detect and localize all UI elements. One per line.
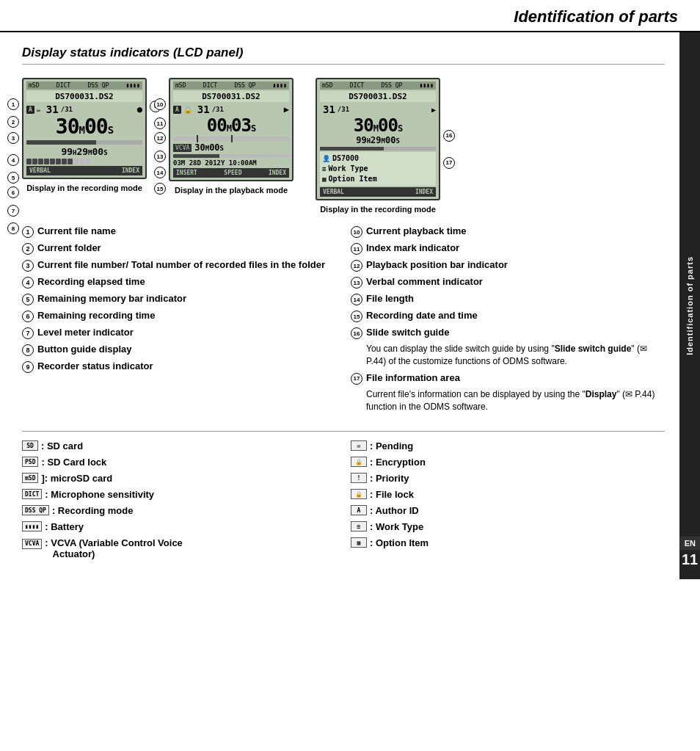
callout-4: 4 bbox=[7, 154, 19, 166]
icon-item-msd: mSD ]: microSD card bbox=[22, 473, 336, 484]
icon-item-filelock: 🔒 : File lock bbox=[351, 489, 665, 500]
lcd2-topbar: mSDDICTDSS QP▮▮▮▮ bbox=[173, 81, 289, 90]
lcd2-vcva-row: VCVA 30M00S bbox=[173, 142, 289, 153]
desc-item-4: 4 Recording elapsed time bbox=[22, 276, 336, 289]
lcd3-filename: DS700031.DS2 bbox=[320, 91, 436, 102]
lcd2-caption: Display in the playback mode bbox=[175, 186, 288, 195]
desc-item-10: 10 Current playback time bbox=[351, 225, 665, 238]
callout-7: 7 bbox=[7, 205, 19, 217]
lcd1-level-meter bbox=[26, 159, 142, 164]
desc-col-right: 10 Current playback time 11 Index mark i… bbox=[351, 225, 665, 417]
priority-icon: ! bbox=[351, 473, 367, 483]
desc-text-6: Remaining recording time bbox=[37, 310, 155, 322]
icon-item-dss: DSS QP : Recording mode bbox=[22, 505, 336, 516]
callout-label-15: 15 bbox=[351, 311, 362, 322]
icon-item-pending: ✉ : Pending bbox=[351, 440, 665, 451]
callout-label-1: 1 bbox=[22, 226, 34, 238]
page-number: 11 bbox=[679, 551, 700, 568]
lcd3-info-line1: 👤 DS7000 bbox=[322, 153, 434, 164]
lcd1-button-guide: VERBALINDEX bbox=[26, 166, 142, 175]
en-badge: EN bbox=[680, 537, 700, 550]
lcd3-bar bbox=[320, 147, 436, 150]
desc-text-2: Current folder bbox=[37, 242, 101, 255]
desc-item-5: 5 Remaining memory bar indicator bbox=[22, 293, 336, 305]
icon-legend: SD : SD card PSD : SD Card lock mSD ]: m… bbox=[22, 440, 665, 565]
dict-icon: DICT bbox=[22, 489, 42, 499]
lcd2-panel: 10 11 12 13 14 15 mSDDICTDSS QP▮▮▮▮ DS70… bbox=[169, 78, 294, 195]
callout-6: 6 bbox=[7, 186, 19, 198]
lcd3-info-line2: ≡ Work Type bbox=[322, 164, 434, 174]
lcd1-mode-row: A ✏ 31 /31 ● bbox=[26, 104, 142, 115]
section-divider bbox=[22, 431, 665, 432]
lcd3-info-area: 👤 DS7000 ≡ Work Type ▦ Option Item bbox=[320, 152, 436, 186]
lcd2-filename: DS700031.DS2 bbox=[173, 91, 289, 102]
callout-label-11: 11 bbox=[351, 243, 362, 255]
side-tab: Identification of parts 11 EN bbox=[679, 32, 700, 579]
lcd2-vcva: VCVA bbox=[173, 144, 192, 152]
lcd1-remaining: 99H29M00S bbox=[26, 146, 142, 157]
lcd3-info-line3: ▦ Option Item bbox=[322, 174, 434, 184]
icon-item-vcva: VCVA : VCVA (Variable Control Voice Actu… bbox=[22, 537, 336, 559]
callout-2: 2 bbox=[7, 116, 19, 128]
filelock-icon: 🔒 bbox=[351, 489, 367, 499]
filelock-label: : File lock bbox=[370, 489, 414, 500]
lcd3-topbar: mSDDICTDSS QP▮▮▮▮ bbox=[320, 81, 436, 90]
desc-item-1: 1 Current file name bbox=[22, 225, 336, 238]
callout-14: 14 bbox=[154, 167, 166, 178]
lcd1-screen: mSDDICTDSS QP▮▮▮▮ DS700031.DS2 A ✏ 31 /3… bbox=[22, 78, 147, 179]
callout-label-14: 14 bbox=[351, 294, 362, 305]
dss-label: : Recording mode bbox=[52, 505, 134, 516]
callout-label-6: 6 bbox=[22, 311, 34, 322]
lcd3-screen: mSDDICTDSS QP▮▮▮▮ DS700031.DS2 31 /31 ▶ … bbox=[316, 78, 440, 200]
desc-item-16: 16 Slide switch guide You can display th… bbox=[351, 327, 665, 368]
callout-8: 8 bbox=[7, 222, 19, 234]
callout-3: 3 bbox=[7, 132, 19, 144]
psd-icon: PSD bbox=[22, 457, 38, 467]
lcd2-mode-row: A 🔒 31 /31 ▶ bbox=[173, 104, 289, 115]
callout-label-13: 13 bbox=[351, 277, 362, 289]
callout-15: 15 bbox=[154, 183, 166, 195]
lcd3-mode-row: 31 /31 ▶ bbox=[320, 104, 436, 115]
pending-label: : Pending bbox=[370, 440, 413, 451]
icon-item-sd: SD : SD card bbox=[22, 440, 336, 451]
desc-item-15: 15 Recording date and time bbox=[351, 310, 665, 322]
desc-item-3: 3 Current file number/ Total number of r… bbox=[22, 259, 336, 272]
lcd2-playback-time: 00M03S bbox=[173, 116, 289, 135]
icon-item-worktype: ≡ : Work Type bbox=[351, 521, 665, 532]
lcd3-remaining: 99H29M00S bbox=[320, 135, 436, 145]
lcd2-playback-bar bbox=[173, 154, 289, 158]
callout-label-16: 16 bbox=[351, 327, 362, 339]
lcd3-button-guide: VERBALINDEX bbox=[320, 187, 436, 197]
lcd3-panel: 16 17 mSDDICTDSS QP▮▮▮▮ DS700031.DS2 31 … bbox=[316, 78, 440, 214]
content-area: Display status indicators (LCD panel) 1 … bbox=[0, 32, 679, 579]
desc-text-4: Recording elapsed time bbox=[37, 276, 145, 289]
icon-item-dict: DICT : Microphone sensitivity bbox=[22, 489, 336, 500]
desc-text-9: Recorder status indicator bbox=[37, 360, 153, 373]
callout-label-4: 4 bbox=[22, 277, 34, 289]
desc-text-10: Current playback time bbox=[366, 225, 467, 238]
vcva-label: : VCVA (Variable Control Voice Actuator) bbox=[45, 537, 183, 559]
side-tab-label: Identification of parts bbox=[686, 256, 694, 355]
desc-item-12: 12 Playback position bar indicator bbox=[351, 259, 665, 272]
desc-item-8: 8 Button guide display bbox=[22, 344, 336, 356]
lcd1-mode-box: A bbox=[26, 106, 34, 114]
callout-11: 11 bbox=[154, 117, 166, 129]
section-title: Display status indicators (LCD panel) bbox=[22, 46, 665, 65]
callout-label-2: 2 bbox=[22, 243, 34, 255]
desc-text-7: Level meter indicator bbox=[37, 327, 134, 339]
callout-label-7: 7 bbox=[22, 327, 34, 339]
psd-label: : SD Card lock bbox=[41, 457, 106, 468]
callout-5: 5 bbox=[7, 172, 19, 184]
callout-16: 16 bbox=[443, 130, 455, 142]
callout-label-17: 17 bbox=[351, 373, 362, 385]
desc-text-11: Index mark indicator bbox=[366, 242, 459, 255]
desc-text-13: Verbal comment indicator bbox=[366, 276, 483, 289]
dict-label: : Microphone sensitivity bbox=[45, 489, 154, 500]
vcva-icon: VCVA bbox=[22, 539, 42, 549]
msd-label: ]: microSD card bbox=[41, 473, 112, 484]
icon-item-encryption: 🔒 : Encryption bbox=[351, 457, 665, 468]
callout-label-10: 10 bbox=[351, 226, 362, 238]
desc-col-left: 1 Current file name 2 Current folder 3 C… bbox=[22, 225, 336, 417]
lcd2-screen: mSDDICTDSS QP▮▮▮▮ DS700031.DS2 A 🔒 31 /3… bbox=[169, 78, 294, 181]
desc-text-8: Button guide display bbox=[37, 344, 132, 356]
